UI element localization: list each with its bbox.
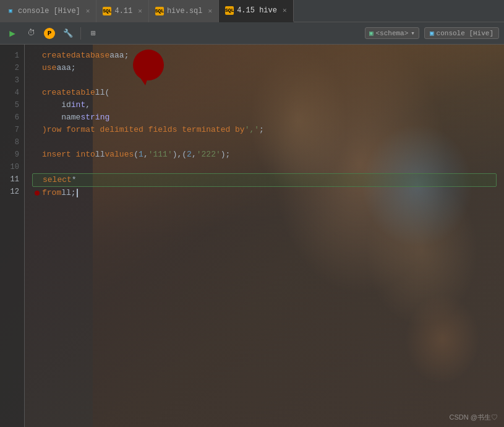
line-num-7: 7 [0, 124, 24, 136]
kw-from: from [42, 187, 61, 199]
console-selector-icon: ▣ [430, 29, 434, 37]
delimiter-str: ',' [245, 124, 259, 136]
kw-create-1: create [42, 50, 71, 62]
code-line-11: select * [32, 173, 497, 187]
schema-icon: ▣ [369, 29, 374, 37]
use-aaa: aaa [56, 62, 70, 74]
tab-411-label: 4.11 [114, 7, 132, 15]
text-cursor [77, 189, 78, 197]
tab-hive-sql[interactable]: SQL hive.sql ✕ [149, 0, 219, 22]
code-line-9: insert into ll values (1,'111'),(2,'222'… [32, 149, 497, 161]
tab-411[interactable]: SQL 4.11 ✕ [96, 0, 148, 22]
db-name: aaa [109, 50, 124, 62]
line-num-9: 9 [0, 149, 24, 161]
code-line-3 [32, 74, 497, 87]
code-line-7: )row format delimited fields terminated … [32, 124, 497, 136]
tab-hive-sql-close[interactable]: ✕ [208, 7, 213, 15]
tab-415-hive-close[interactable]: ✕ [283, 6, 287, 14]
line-num-6: 6 [0, 111, 24, 124]
sql-hive-icon: SQL [155, 7, 164, 15]
tab-bar: ▣ console [Hive] ✕ SQL 4.11 ✕ SQL hive.s… [0, 0, 504, 22]
schema-selector[interactable]: ▣ <schema> ▾ [365, 27, 419, 39]
code-line-5: id int, [32, 99, 497, 111]
select-star: * [72, 174, 77, 186]
line-num-5: 5 [0, 99, 24, 111]
toolbar-right: ▣ <schema> ▾ ▣ console [Hive] [365, 27, 499, 39]
console-tab-icon: ▣ [6, 7, 15, 15]
sql-411-icon: SQL [103, 7, 111, 15]
code-line-12: from ll; [32, 187, 497, 199]
console-selector-label: console [Hive] [437, 30, 493, 37]
line-num-8: 8 [0, 136, 24, 149]
kw-create-2: create [42, 87, 71, 99]
kw-use: use [42, 62, 56, 74]
line-num-2: 2 [0, 62, 24, 74]
console-selector[interactable]: ▣ console [Hive] [424, 27, 499, 39]
code-line-6: name string [32, 111, 497, 124]
code-line-1: create database aaa; [32, 50, 497, 62]
line-numbers: 1 2 3 4 5 6 7 8 9 10 11 12 [0, 45, 25, 427]
breakpoint-indicator [35, 191, 40, 196]
wrench-button[interactable]: 🔧 [61, 26, 75, 41]
toolbar: ▶ ⏱ P 🔧 ⊞ ▣ <schema> ▾ ▣ console [Hive] [0, 22, 504, 45]
bp-11 [33, 174, 43, 186]
run-button[interactable]: ▶ [5, 26, 20, 41]
code-editor[interactable]: create database aaa; use aaa; create tab… [25, 45, 504, 427]
sql-415-icon: SQL [225, 6, 234, 15]
type-int: int [71, 99, 85, 111]
tab-411-close[interactable]: ✕ [138, 7, 142, 15]
code-line-4: create table ll( [32, 87, 497, 99]
kw-select: select [43, 174, 72, 186]
bp-9 [32, 149, 42, 161]
watermark: CSDN @书生♡ [450, 413, 498, 422]
kw-insert: insert into [42, 149, 95, 161]
kw-values: values [105, 149, 134, 161]
row-format: )row format delimited fields terminated … [42, 124, 245, 136]
bp-4 [32, 87, 42, 99]
line-num-11: 11 [0, 173, 24, 186]
tab-415-hive-label: 4.15 hive [237, 6, 277, 15]
table-name-ll: ll( [95, 87, 109, 99]
clock-button[interactable]: ⏱ [23, 26, 38, 41]
bp-5 [32, 99, 42, 111]
tab-hive-sql-label: hive.sql [167, 7, 203, 15]
code-line-8 [32, 136, 497, 149]
bp-8 [32, 136, 42, 149]
bp-12 [32, 187, 42, 199]
insert-table: ll [95, 149, 105, 161]
line-num-4: 4 [0, 87, 24, 99]
kw-table: table [71, 87, 95, 99]
schema-label: <schema> [376, 30, 409, 37]
tab-console-hive-close[interactable]: ✕ [86, 7, 90, 15]
line-num-1: 1 [0, 50, 24, 62]
kw-database: database [71, 50, 109, 62]
bp-2 [32, 62, 42, 74]
code-line-10 [32, 161, 497, 173]
tab-console-hive-label: console [Hive] [18, 7, 80, 15]
code-line-2: use aaa; [32, 62, 497, 74]
tab-console-hive[interactable]: ▣ console [Hive] ✕ [0, 0, 96, 22]
line-num-10: 10 [0, 161, 24, 173]
line-num-12: 12 [0, 186, 24, 198]
toolbar-divider [80, 27, 81, 40]
line-num-3: 3 [0, 74, 24, 87]
schema-dropdown-icon: ▾ [411, 29, 415, 37]
bp-6 [32, 111, 42, 124]
bp-1 [32, 50, 42, 62]
profile-button[interactable]: P [42, 26, 57, 41]
bp-10 [32, 161, 42, 173]
table-view-button[interactable]: ⊞ [86, 26, 101, 41]
bp-3 [32, 74, 42, 87]
from-table: ll [61, 187, 71, 199]
editor-area: 1 2 3 4 5 6 7 8 9 10 11 12 create databa… [0, 45, 504, 427]
type-string: string [80, 111, 109, 124]
tab-415-hive[interactable]: SQL 4.15 hive ✕ [219, 0, 293, 22]
bp-7 [32, 124, 42, 136]
